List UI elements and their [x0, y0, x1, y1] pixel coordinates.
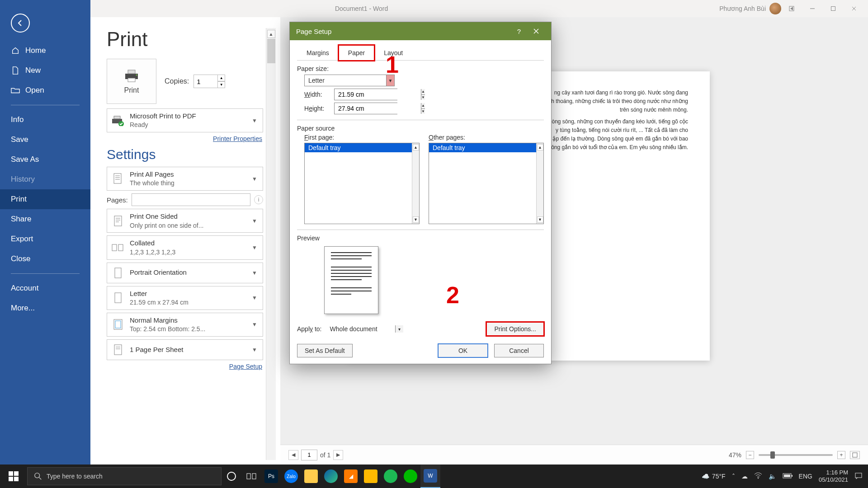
margins-selector[interactable]: Normal MarginsTop: 2.54 cm Bottom: 2.5..… — [107, 313, 263, 337]
copies-spinner[interactable]: ▲▼ — [193, 75, 225, 88]
sidebar-item-open[interactable]: Open — [0, 80, 90, 100]
dialog-close-icon[interactable] — [528, 22, 545, 40]
list-item-selected[interactable]: Default tray — [429, 143, 543, 152]
prev-page-button[interactable]: ◀ — [288, 450, 298, 460]
search-placeholder: Type here to search — [47, 473, 103, 480]
system-tray: ☁️ 75°F ˄ ☁ 🔈 ENG 1:16 PM 05/10/2021 — [696, 469, 868, 483]
user-area[interactable]: Phương Anh Bùi — [719, 3, 781, 14]
height-input[interactable]: ▲▼ — [334, 103, 397, 114]
scroll-thumb[interactable] — [267, 39, 275, 63]
print-options-button[interactable]: Print Options... — [486, 322, 544, 336]
sidebar-item-share[interactable]: Share — [0, 209, 90, 229]
zoom-fit-button[interactable] — [850, 451, 860, 459]
info-icon[interactable]: i — [254, 195, 263, 204]
copies-input[interactable] — [193, 75, 218, 88]
spinner-down-icon[interactable]: ▼ — [421, 109, 425, 114]
settings-scrollbar[interactable]: ▲ — [266, 28, 276, 460]
sidebar-item-home[interactable]: Home — [0, 41, 90, 61]
notifications-icon[interactable] — [854, 472, 863, 481]
sidebar-item-label: Open — [25, 86, 44, 95]
sidebar-item-account[interactable]: Account — [0, 278, 90, 298]
printer-properties-link[interactable]: Printer Properties — [107, 135, 262, 142]
scrollbar[interactable]: ▲▼ — [412, 143, 419, 224]
scroll-up-icon[interactable]: ▲ — [267, 30, 275, 38]
language-indicator[interactable]: ENG — [799, 473, 812, 480]
sidebar-item-info[interactable]: Info — [0, 110, 90, 130]
sides-selector[interactable]: Print One SidedOnly print on one side of… — [107, 209, 263, 233]
onedrive-icon[interactable]: ☁ — [741, 473, 748, 480]
taskbar-app-spotify[interactable] — [381, 465, 401, 488]
set-as-default-button[interactable]: Set As Default — [297, 344, 353, 357]
ribbon-display-icon[interactable] — [781, 0, 802, 17]
dialog-titlebar[interactable]: Page Setup ? — [290, 22, 551, 40]
zoom-out-button[interactable]: − — [746, 451, 754, 459]
print-range-selector[interactable]: Print All PagesThe whole thing ▼ — [107, 167, 263, 191]
back-button[interactable] — [11, 14, 30, 33]
svg-point-36 — [757, 477, 758, 478]
scrollbar[interactable]: ▲▼ — [536, 143, 543, 224]
zoom-slider[interactable] — [759, 454, 833, 456]
sidebar-item-save[interactable]: Save — [0, 130, 90, 150]
taskbar-app-pdf[interactable]: ◢ — [341, 465, 361, 488]
minimize-icon[interactable] — [802, 0, 823, 17]
svg-rect-21 — [118, 244, 123, 251]
ok-button[interactable]: OK — [438, 344, 488, 357]
spinner-up-icon[interactable]: ▲ — [421, 89, 425, 95]
per-sheet-selector[interactable]: 1 Page Per Sheet ▼ — [107, 339, 263, 360]
task-view-icon[interactable] — [241, 465, 261, 488]
sidebar-item-print[interactable]: Print — [0, 189, 90, 209]
tab-paper[interactable]: Paper — [339, 45, 374, 61]
avatar[interactable] — [769, 3, 781, 14]
wifi-icon[interactable] — [754, 473, 762, 480]
taskbar-app-line[interactable] — [401, 465, 420, 488]
next-page-button[interactable]: ▶ — [333, 450, 343, 460]
sidebar-item-save-as[interactable]: Save As — [0, 150, 90, 169]
taskbar-app-edge[interactable] — [321, 465, 341, 488]
maximize-icon[interactable] — [823, 0, 844, 17]
taskbar-app-zalo[interactable]: Zalo — [281, 465, 301, 488]
current-page-input[interactable] — [301, 450, 317, 460]
taskbar-app-stickynotes[interactable] — [361, 465, 381, 488]
sidebar-item-new[interactable]: New — [0, 61, 90, 80]
volume-icon[interactable]: 🔈 — [769, 473, 776, 480]
clock[interactable]: 1:16 PM 05/10/2021 — [819, 469, 848, 483]
first-page-listbox[interactable]: Default tray ▲▼ — [304, 143, 420, 224]
battery-icon[interactable] — [783, 473, 793, 480]
start-button[interactable] — [0, 465, 27, 488]
pages-input[interactable] — [132, 193, 250, 206]
svg-point-32 — [35, 473, 40, 478]
taskbar-app-word[interactable]: W — [420, 465, 440, 488]
backstage-sidebar: Home New Open Info Save Save As History … — [0, 0, 90, 465]
chevron-down-icon[interactable]: ▾ — [395, 325, 403, 333]
printer-selector[interactable]: Microsoft Print to PDF Ready ▼ — [107, 108, 263, 132]
tray-chevron-up-icon[interactable]: ˄ — [732, 473, 735, 480]
paper-size-combo[interactable]: Letter ▼ — [304, 75, 395, 86]
paper-size-selector[interactable]: Letter21.59 cm x 27.94 cm ▼ — [107, 286, 263, 310]
other-pages-listbox[interactable]: Default tray ▲▼ — [429, 143, 544, 224]
tab-margins[interactable]: Margins — [297, 45, 339, 61]
spinner-up-icon[interactable]: ▲ — [218, 75, 225, 81]
spinner-up-icon[interactable]: ▲ — [421, 103, 425, 109]
cancel-button[interactable]: Cancel — [494, 344, 544, 357]
weather-widget[interactable]: ☁️ 75°F — [702, 473, 726, 480]
sidebar-item-more[interactable]: More... — [0, 298, 90, 318]
zoom-in-button[interactable]: + — [837, 451, 845, 459]
close-icon[interactable] — [844, 0, 864, 17]
spinner-down-icon[interactable]: ▼ — [421, 95, 425, 100]
spinner-down-icon[interactable]: ▼ — [218, 81, 225, 88]
help-icon[interactable]: ? — [510, 22, 528, 40]
sidebar-item-export[interactable]: Export — [0, 229, 90, 249]
taskbar-app-photoshop[interactable]: Ps — [261, 465, 281, 488]
cortana-icon[interactable] — [222, 465, 241, 488]
list-item-selected[interactable]: Default tray — [305, 143, 419, 152]
taskbar-app-explorer[interactable] — [301, 465, 321, 488]
width-input[interactable]: ▲▼ — [334, 89, 397, 100]
taskbar-search[interactable]: Type here to search — [27, 467, 222, 485]
svg-rect-6 — [128, 70, 135, 74]
page-setup-link[interactable]: Page Setup — [107, 363, 262, 370]
apply-to-combo[interactable]: Whole document ▾ — [326, 325, 403, 333]
print-button[interactable]: Print — [107, 59, 156, 104]
collate-selector[interactable]: Collated1,2,3 1,2,3 1,2,3 ▼ — [107, 235, 263, 259]
sidebar-item-close[interactable]: Close — [0, 249, 90, 269]
orientation-selector[interactable]: Portrait Orientation ▼ — [107, 263, 263, 283]
